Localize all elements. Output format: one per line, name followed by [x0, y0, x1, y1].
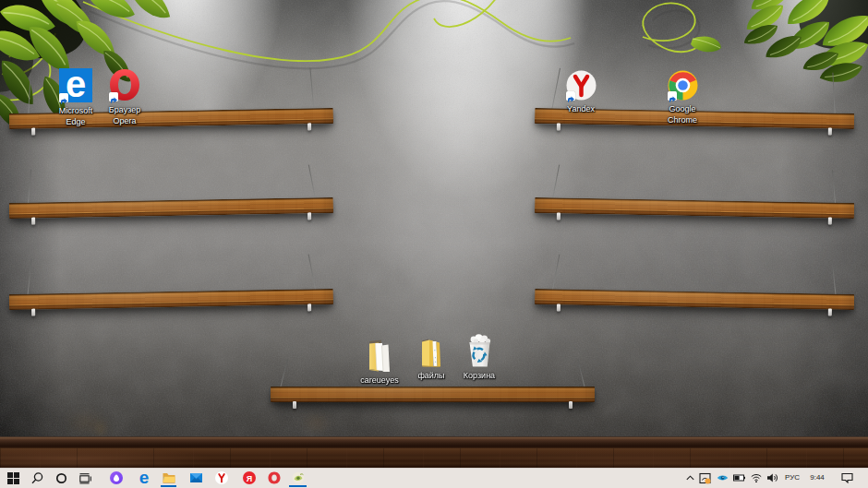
svg-text:e: e	[66, 68, 86, 102]
svg-text:Я: Я	[247, 474, 252, 483]
svg-text:e: e	[139, 468, 150, 487]
